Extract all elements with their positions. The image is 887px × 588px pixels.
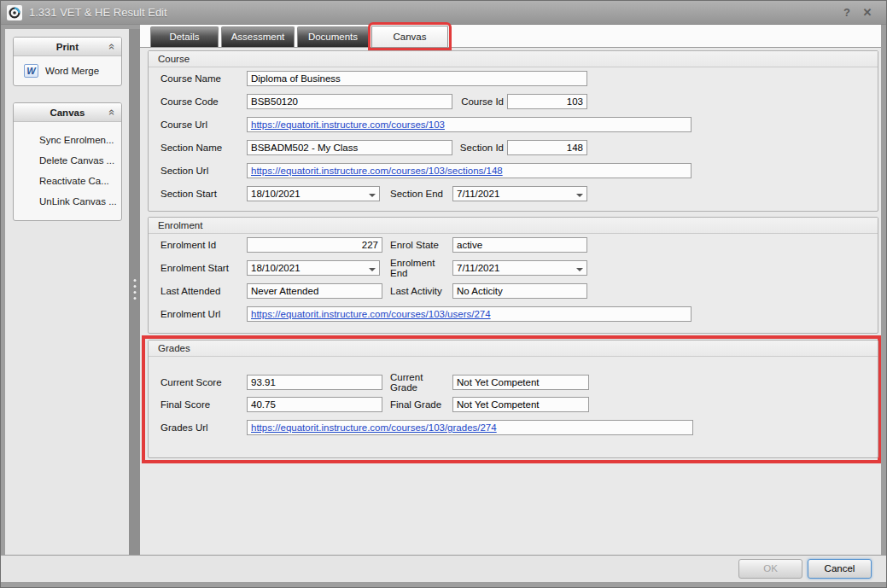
enrol-state-field[interactable]: active bbox=[452, 237, 587, 253]
enrolment-id-label: Enrolment Id bbox=[160, 240, 247, 250]
enrolment-groupbox: Enrolment Enrolment Id 227 Enrol State a… bbox=[148, 217, 878, 334]
enrolment-end-label: Enrolment End bbox=[390, 258, 452, 278]
course-groupbox: Course Course Name Diploma of Business C… bbox=[148, 50, 878, 212]
current-grade-label: Current Grade bbox=[390, 372, 452, 393]
grades-url-link[interactable]: https://equatorit.instructure.com/course… bbox=[251, 422, 497, 433]
app-logo-icon bbox=[7, 5, 22, 20]
section-url-field: https://equatorit.instructure.com/course… bbox=[247, 163, 692, 178]
enrolment-groupbox-title: Enrolment bbox=[149, 218, 878, 234]
current-score-label: Current Score bbox=[160, 377, 247, 387]
last-activity-field[interactable]: No Acticity bbox=[452, 283, 587, 299]
sidebar: Print « W Word Merge Canvas « Sync Enrol… bbox=[5, 29, 129, 555]
window-title: 1.331 VET & HE Result Edit bbox=[29, 6, 837, 19]
grades-groupbox: Grades Current Score 93.91 Current Grade… bbox=[148, 340, 878, 458]
section-end-datepicker[interactable]: 7/11/2021 bbox=[452, 186, 587, 201]
sidebar-item-word-merge[interactable]: W Word Merge bbox=[14, 56, 121, 85]
grades-groupbox-title: Grades bbox=[149, 341, 878, 357]
enrolment-url-label: Enrolment Url bbox=[160, 309, 247, 319]
course-id-field[interactable]: 103 bbox=[507, 94, 587, 109]
enrolment-start-datepicker[interactable]: 18/10/2021 bbox=[247, 260, 380, 276]
section-id-label: Section Id bbox=[452, 143, 507, 153]
print-panel-title: Print bbox=[14, 42, 109, 52]
enrol-state-label: Enrol State bbox=[390, 240, 452, 250]
splitter-grip-icon bbox=[133, 279, 136, 300]
section-name-field[interactable]: BSBADM502 - My Class bbox=[247, 140, 452, 155]
enrolment-url-field: https://equatorit.instructure.com/course… bbox=[247, 306, 692, 322]
chevron-down-icon bbox=[576, 194, 583, 201]
close-icon[interactable]: ✕ bbox=[857, 6, 878, 19]
section-url-link[interactable]: https://equatorit.instructure.com/course… bbox=[251, 166, 503, 176]
canvas-panel: Canvas « Sync Enrolmen... Delete Canvas … bbox=[13, 102, 122, 221]
print-panel-header[interactable]: Print « bbox=[14, 38, 121, 56]
tab-documents[interactable]: Documents bbox=[297, 26, 369, 47]
enrolment-start-label: Enrolment Start bbox=[160, 263, 247, 273]
enrolment-end-value: 7/11/2021 bbox=[457, 263, 499, 273]
section-start-label: Section Start bbox=[160, 189, 247, 199]
collapse-chevron-icon[interactable]: « bbox=[107, 44, 118, 49]
course-code-label: Course Code bbox=[160, 96, 247, 107]
sidebar-item-delete-canvas[interactable]: Delete Canvas ... bbox=[14, 150, 121, 171]
enrolment-end-datepicker[interactable]: 7/11/2021 bbox=[452, 260, 587, 276]
course-url-label: Course Url bbox=[160, 119, 247, 130]
ok-button[interactable]: OK bbox=[738, 559, 802, 579]
section-start-datepicker[interactable]: 18/10/2021 bbox=[247, 186, 380, 201]
chevron-down-icon bbox=[369, 268, 376, 275]
word-document-icon: W bbox=[24, 64, 38, 78]
final-score-label: Final Score bbox=[160, 399, 247, 410]
tab-canvas[interactable]: Canvas bbox=[371, 26, 448, 47]
tab-assessment[interactable]: Assessment bbox=[221, 26, 295, 47]
current-score-field[interactable]: 93.91 bbox=[247, 375, 382, 390]
enrolment-id-field[interactable]: 227 bbox=[247, 237, 382, 253]
canvas-panel-header[interactable]: Canvas « bbox=[14, 103, 121, 122]
last-attended-field[interactable]: Never Attended bbox=[247, 283, 382, 299]
dialog-footer: OK Cancel bbox=[1, 555, 886, 582]
section-end-label: Section End bbox=[390, 189, 452, 199]
chevron-down-icon bbox=[369, 194, 376, 201]
sidebar-item-reactivate-canvas[interactable]: Reactivate Ca... bbox=[14, 171, 121, 191]
canvas-action-list: Sync Enrolmen... Delete Canvas ... React… bbox=[14, 122, 121, 220]
final-grade-label: Final Grade bbox=[390, 399, 452, 410]
enrolment-url-link[interactable]: https://equatorit.instructure.com/course… bbox=[251, 309, 491, 319]
course-url-field: https://equatorit.instructure.com/course… bbox=[247, 117, 692, 132]
course-name-label: Course Name bbox=[160, 73, 247, 84]
section-id-field[interactable]: 148 bbox=[507, 140, 587, 155]
canvas-tab-page: Course Course Name Diploma of Business C… bbox=[140, 49, 881, 555]
title-bar: 1.331 VET & HE Result Edit ? ✕ bbox=[1, 1, 886, 25]
main-area: Details Assessment Documents Canvas Cour… bbox=[140, 25, 881, 555]
cancel-button[interactable]: Cancel bbox=[808, 559, 872, 579]
canvas-panel-title: Canvas bbox=[14, 108, 109, 118]
section-end-value: 7/11/2021 bbox=[457, 189, 499, 199]
word-merge-label: Word Merge bbox=[45, 66, 99, 76]
help-icon[interactable]: ? bbox=[837, 6, 857, 19]
sidebar-splitter[interactable] bbox=[129, 29, 140, 555]
course-id-label: Course Id bbox=[452, 96, 507, 107]
dialog-window: 1.331 VET & HE Result Edit ? ✕ Print « W… bbox=[0, 0, 887, 588]
section-start-value: 18/10/2021 bbox=[251, 189, 301, 199]
enrolment-start-value: 18/10/2021 bbox=[251, 263, 301, 273]
current-grade-field[interactable]: Not Yet Competent bbox=[452, 375, 589, 390]
final-grade-field[interactable]: Not Yet Competent bbox=[452, 397, 589, 412]
tab-details[interactable]: Details bbox=[150, 26, 219, 47]
last-attended-label: Last Attended bbox=[160, 286, 247, 296]
sidebar-item-sync-enrolment[interactable]: Sync Enrolmen... bbox=[14, 130, 121, 150]
course-code-field[interactable]: BSB50120 bbox=[247, 94, 452, 109]
final-score-field[interactable]: 40.75 bbox=[247, 397, 382, 412]
section-url-label: Section Url bbox=[160, 166, 247, 176]
course-name-field[interactable]: Diploma of Business bbox=[247, 71, 587, 86]
course-url-link[interactable]: https://equatorit.instructure.com/course… bbox=[251, 119, 445, 130]
tab-strip: Details Assessment Documents Canvas bbox=[140, 25, 881, 48]
print-panel: Print « W Word Merge bbox=[13, 37, 122, 86]
last-activity-label: Last Activity bbox=[390, 286, 452, 296]
grades-url-field: https://equatorit.instructure.com/course… bbox=[247, 420, 693, 435]
grades-url-label: Grades Url bbox=[160, 422, 247, 433]
sidebar-item-unlink-canvas[interactable]: UnLink Canvas ... bbox=[14, 191, 121, 212]
collapse-chevron-icon[interactable]: « bbox=[107, 109, 118, 115]
chevron-down-icon bbox=[576, 268, 583, 275]
section-name-label: Section Name bbox=[160, 143, 247, 153]
course-groupbox-title: Course bbox=[149, 51, 878, 67]
